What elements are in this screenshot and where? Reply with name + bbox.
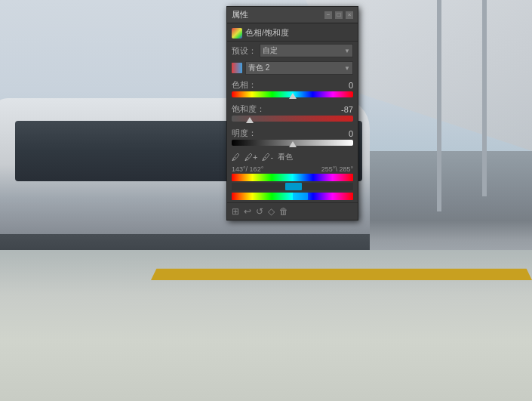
titlebar-controls: − □ ×: [324, 11, 353, 19]
pole-2: [482, 0, 487, 196]
lightness-thumb[interactable]: [289, 141, 297, 147]
close-button[interactable]: ×: [346, 11, 353, 19]
preset-label: 预设：: [232, 45, 257, 57]
eyedropper-icon[interactable]: 🖊: [232, 153, 240, 162]
footer-icons: ⊞ ↩ ↺ ◇ 🗑: [232, 206, 288, 217]
saturation-track[interactable]: [232, 116, 353, 122]
color-spectrum-top: [232, 174, 353, 181]
preset-row: 预设： 自定 ▼: [227, 42, 358, 60]
preset-dropdown-arrow: ▼: [344, 48, 350, 54]
saturation-value: -87: [334, 105, 353, 114]
visibility-icon[interactable]: ◇: [268, 206, 275, 217]
color-bar-section: 143°/ 162° 255°\ 285°: [227, 164, 358, 202]
color-spectrum-bottom: [232, 193, 353, 200]
channel-row: 青色 2 ▼: [227, 60, 358, 76]
lightness-value: 0: [334, 129, 353, 138]
panel-titlebar: 属性 − □ ×: [227, 7, 358, 23]
preset-dropdown[interactable]: 自定 ▼: [260, 44, 353, 57]
properties-panel: 属性 − □ × 色相/饱和度 预设： 自定 ▼ 青色 2 ▼ 色相： 0: [226, 6, 358, 221]
platform-yellow-line: [151, 269, 532, 280]
saturation-label-row: 饱和度： -87: [232, 103, 353, 115]
panel-footer: ⊞ ↩ ↺ ◇ 🗑: [227, 202, 358, 220]
color-range-right: 255°\ 285°: [321, 165, 353, 173]
panel-title: 属性: [232, 9, 248, 20]
color-range-left: 143°/ 162°: [232, 165, 263, 173]
selection-fill: [285, 183, 303, 190]
section-title: 色相/饱和度: [245, 27, 289, 39]
lightness-track[interactable]: [232, 140, 353, 146]
lightness-slider-section: 明度： 0: [227, 125, 358, 149]
saturation-thumb[interactable]: [246, 117, 254, 123]
add-layer-icon[interactable]: ⊞: [232, 206, 239, 217]
section-header: 色相/饱和度: [227, 23, 358, 42]
cyan-marker: [293, 193, 308, 200]
channel-dropdown-arrow: ▼: [344, 65, 350, 72]
link-icon[interactable]: ↩: [244, 206, 251, 217]
delete-icon[interactable]: 🗑: [279, 206, 288, 217]
lightness-label: 明度：: [232, 128, 257, 139]
lightness-label-row: 明度： 0: [232, 128, 353, 139]
hue-slider-section: 色相： 0: [227, 76, 358, 100]
expand-button[interactable]: □: [335, 11, 343, 19]
eyedropper-add-icon[interactable]: 🖊+: [244, 153, 257, 162]
eyedropper-row: 🖊 🖊+ 🖊- 看色: [227, 149, 358, 164]
eyedropper-remove-icon[interactable]: 🖊-: [262, 153, 273, 162]
hue-value: 0: [334, 81, 353, 90]
preset-value: 自定: [263, 45, 278, 56]
color-range-row: 143°/ 162° 255°\ 285°: [232, 165, 353, 173]
hue-label-row: 色相： 0: [232, 79, 353, 91]
pole-1: [437, 0, 441, 211]
channel-icon: [232, 63, 242, 73]
color-selection-bar[interactable]: [232, 183, 353, 190]
hue-thumb[interactable]: [289, 93, 297, 99]
channel-dropdown[interactable]: 青色 2 ▼: [245, 61, 353, 75]
hue-label: 色相：: [232, 79, 257, 91]
saturation-label: 饱和度：: [232, 103, 265, 115]
hue-saturation-icon: [232, 28, 242, 39]
channel-value: 青色 2: [248, 63, 269, 73]
minimize-button[interactable]: −: [324, 11, 332, 19]
hue-track[interactable]: [232, 91, 353, 97]
saturation-slider-section: 饱和度： -87: [227, 100, 358, 125]
reset-icon[interactable]: ↺: [256, 206, 263, 217]
color-range-label: 看色: [278, 152, 293, 162]
